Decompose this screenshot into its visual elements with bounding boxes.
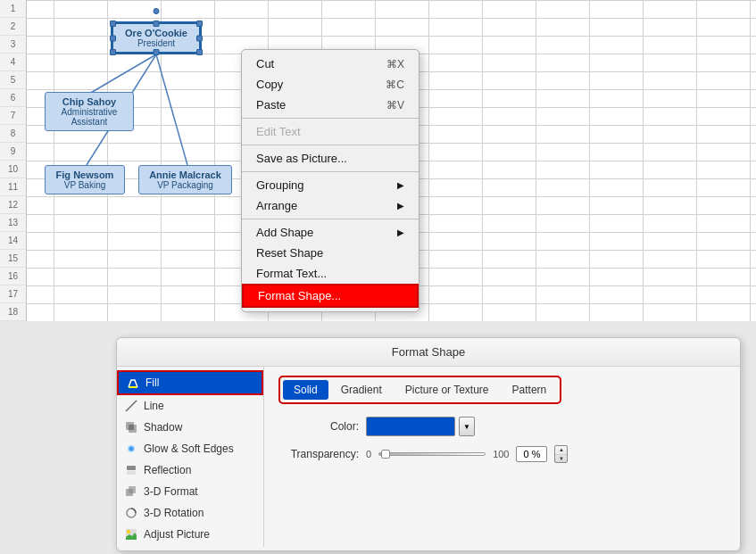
sidebar-label-shadow: Shadow bbox=[144, 421, 182, 434]
svg-rect-9 bbox=[127, 466, 136, 470]
line-icon bbox=[124, 399, 138, 413]
format-shape-dialog: Format Shape Fill bbox=[116, 337, 741, 551]
handle-br[interactable] bbox=[196, 49, 203, 55]
tab-gradient[interactable]: Gradient bbox=[330, 380, 393, 400]
glow-icon bbox=[124, 442, 138, 456]
sidebar-label-adjust-picture: Adjust Picture bbox=[144, 528, 210, 541]
org-node-vp-baking[interactable]: Fig Newsom VP Baking bbox=[45, 165, 125, 194]
sidebar-item-artistic-filters[interactable]: Artistic Filters bbox=[117, 545, 263, 547]
handle-tr[interactable] bbox=[196, 21, 203, 27]
node-name: Ore O'Cookie bbox=[120, 28, 192, 38]
sidebar-item-reflection[interactable]: Reflection bbox=[117, 459, 263, 481]
sidebar-label-reflection: Reflection bbox=[144, 464, 191, 476]
menu-item-copy[interactable]: Copy ⌘C bbox=[242, 74, 419, 95]
node-name: Annie Malcrack bbox=[146, 170, 224, 180]
tab-pattern[interactable]: Pattern bbox=[502, 380, 558, 400]
3d-rotation-icon bbox=[124, 506, 138, 520]
tab-solid[interactable]: Solid bbox=[283, 380, 328, 400]
transparency-min: 0 bbox=[366, 449, 371, 459]
spreadsheet-area: 1 2 3 4 5 6 7 8 9 10 11 12 13 14 15 16 1… bbox=[0, 0, 756, 321]
sidebar-item-glow[interactable]: Glow & Soft Edges bbox=[117, 438, 263, 459]
node-name: Fig Newsom bbox=[53, 170, 117, 180]
sidebar-item-3d-rotation[interactable]: 3-D Rotation bbox=[117, 502, 263, 524]
reflection-icon bbox=[124, 463, 138, 477]
stepper-down[interactable]: ▼ bbox=[555, 455, 567, 463]
node-title: AdministrativeAssistant bbox=[53, 107, 126, 127]
sidebar-item-adjust-picture[interactable]: Adjust Picture bbox=[117, 524, 263, 545]
transparency-input[interactable] bbox=[516, 446, 547, 462]
transparency-row: Transparency: 0 100 ▲ ▼ bbox=[278, 445, 726, 463]
stepper-up[interactable]: ▲ bbox=[555, 446, 567, 455]
fill-tab-bar: Solid Gradient Picture or Texture Patter… bbox=[278, 376, 561, 404]
menu-item-arrange[interactable]: Arrange ▶ bbox=[242, 195, 419, 216]
handle-ml[interactable] bbox=[110, 35, 116, 41]
node-title: President bbox=[120, 38, 192, 48]
svg-rect-6 bbox=[129, 425, 137, 433]
dialog-sidebar: Fill Line bbox=[117, 367, 264, 547]
menu-item-edit-text: Edit Text bbox=[242, 121, 419, 142]
sidebar-label-3d-format: 3-D Format bbox=[144, 485, 198, 498]
handle-rotate[interactable] bbox=[154, 8, 160, 14]
shadow-icon bbox=[124, 420, 138, 434]
row-numbers: 1 2 3 4 5 6 7 8 9 10 11 12 13 14 15 16 1… bbox=[0, 0, 27, 321]
handle-tl[interactable] bbox=[110, 21, 116, 27]
menu-separator-3 bbox=[242, 171, 419, 172]
node-name: Chip Sahoy bbox=[53, 96, 126, 107]
menu-item-reset-shape[interactable]: Reset Shape bbox=[242, 243, 419, 263]
svg-rect-10 bbox=[127, 471, 136, 475]
sidebar-item-line[interactable]: Line bbox=[117, 395, 263, 417]
menu-item-cut[interactable]: Cut ⌘X bbox=[242, 54, 419, 74]
menu-item-save-as-picture[interactable]: Save as Picture... bbox=[242, 148, 419, 169]
color-label: Color: bbox=[278, 420, 359, 433]
color-picker[interactable]: ▼ bbox=[366, 417, 475, 436]
bottom-section: Format Shape Fill bbox=[0, 328, 756, 554]
sidebar-label-3d-rotation: 3-D Rotation bbox=[144, 507, 204, 519]
handle-bm[interactable] bbox=[154, 49, 160, 55]
sidebar-item-3d-format[interactable]: 3-D Format bbox=[117, 481, 263, 502]
color-row: Color: ▼ bbox=[278, 417, 726, 436]
svg-rect-12 bbox=[129, 486, 136, 493]
menu-item-add-shape[interactable]: Add Shape ▶ bbox=[242, 222, 419, 243]
sidebar-label-glow: Glow & Soft Edges bbox=[144, 442, 234, 455]
node-title: VP Packaging bbox=[146, 180, 224, 190]
handle-mr[interactable] bbox=[196, 35, 203, 41]
org-node-president[interactable]: Ore O'Cookie President bbox=[112, 22, 201, 54]
transparency-stepper[interactable]: ▲ ▼ bbox=[554, 445, 568, 463]
org-node-admin[interactable]: Chip Sahoy AdministrativeAssistant bbox=[45, 92, 134, 131]
color-swatch[interactable] bbox=[366, 417, 455, 436]
tab-picture-texture[interactable]: Picture or Texture bbox=[395, 380, 500, 400]
dialog-content: Solid Gradient Picture or Texture Patter… bbox=[264, 367, 740, 547]
svg-line-4 bbox=[126, 401, 137, 411]
slider-thumb[interactable] bbox=[381, 450, 390, 459]
transparency-max: 100 bbox=[493, 449, 509, 459]
adjust-picture-icon bbox=[124, 527, 138, 542]
dialog-title: Format Shape bbox=[117, 338, 740, 367]
paint-icon bbox=[126, 376, 140, 390]
context-menu: Cut ⌘X Copy ⌘C Paste ⌘V Edit Text Save a… bbox=[241, 49, 420, 312]
menu-item-grouping[interactable]: Grouping ▶ bbox=[242, 175, 419, 195]
sidebar-item-shadow[interactable]: Shadow bbox=[117, 417, 263, 438]
dialog-body: Fill Line bbox=[117, 367, 740, 547]
svg-point-15 bbox=[127, 530, 130, 533]
node-title: VP Baking bbox=[53, 180, 117, 190]
sidebar-label-line: Line bbox=[144, 400, 164, 412]
org-node-vp-packaging[interactable]: Annie Malcrack VP Packaging bbox=[138, 165, 232, 194]
handle-tm[interactable] bbox=[154, 21, 160, 27]
menu-separator-1 bbox=[242, 118, 419, 119]
handle-bl[interactable] bbox=[110, 49, 116, 55]
sidebar-label-fill: Fill bbox=[145, 376, 159, 389]
sidebar-item-fill[interactable]: Fill bbox=[117, 370, 263, 395]
menu-item-paste[interactable]: Paste ⌘V bbox=[242, 95, 419, 115]
menu-separator-4 bbox=[242, 219, 419, 219]
menu-separator-2 bbox=[242, 145, 419, 145]
menu-item-format-shape[interactable]: Format Shape... bbox=[242, 284, 419, 308]
3d-format-icon bbox=[124, 484, 138, 499]
svg-point-8 bbox=[129, 447, 134, 451]
menu-item-format-text[interactable]: Format Text... bbox=[242, 263, 419, 284]
svg-rect-3 bbox=[129, 386, 137, 388]
transparency-slider[interactable] bbox=[378, 452, 486, 456]
transparency-label: Transparency: bbox=[278, 448, 359, 460]
color-dropdown-btn[interactable]: ▼ bbox=[459, 417, 475, 436]
